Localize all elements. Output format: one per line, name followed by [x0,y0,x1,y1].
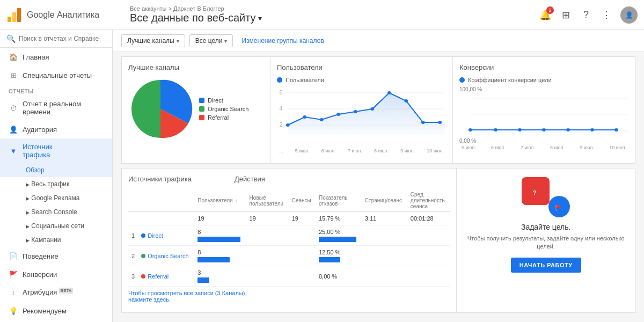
col-pages: Страниц/сеанс [362,189,407,212]
col-sessions: Сеансы [289,189,316,212]
sidebar-sub-social[interactable]: ▶ Социальные сети [0,219,112,233]
dot-direct [141,233,145,238]
sidebar-item-conversions[interactable]: 🚩 Конверсии [0,265,112,283]
apps-grid-icon[interactable]: ⊞ [559,9,572,21]
sidebar-item-audience[interactable]: 👤 Аудитория [0,120,112,138]
legend-item-referral: Referral [199,114,248,121]
change-group-link[interactable]: Изменение группы каналов [237,35,328,47]
page-title[interactable]: Все данные по веб-сайту ▾ [130,12,539,24]
attribution-icon: ↕ [9,288,18,297]
dot-organic [141,254,145,258]
legend-label-direct: Direct [208,97,223,104]
sidebar-item-conversions-label: Конверсии [23,270,57,279]
search-box: 🔍 [0,30,112,48]
expand-icon-campaigns: ▶ [26,238,30,243]
sidebar-item-attribution[interactable]: ↕ Атрибуция BETA [0,283,112,302]
sidebar-item-attribution-label: Атрибуция BETA [23,288,73,296]
svg-point-15 [387,91,391,94]
legend-label-organic: Organic Search [208,106,248,112]
users-line-chart-svg: 6 4 2 [277,86,446,145]
total-bounce: 15,79 % [316,212,362,225]
sidebar-sub-search-console[interactable]: ▶ Search Console [0,205,112,219]
sidebar-sub-google-ads[interactable]: ▶ Google Реклама [0,191,112,205]
sidebar-item-traffic[interactable]: ▼ Источниктрафика [0,138,112,163]
legend-label-referral: Referral [208,114,229,121]
behavior-icon: 📄 [9,251,18,261]
traffic-table-card: Источники трафика Действия Пользователи … [121,168,457,313]
col-num [128,189,138,212]
svg-point-12 [336,113,340,116]
main-content: Лучшие каналы ▾ Все цели ▾ Изменение гру… [113,30,644,322]
col-users: Пользователи ↕ [194,189,246,212]
svg-rect-0 [8,17,11,22]
sidebar-item-special-label: Специальные отчеты [23,71,92,79]
sort-users-icon[interactable]: ↕ [235,198,238,203]
layout: 🔍 🏠 Главная ⊞ Специальные отчеты ОТЧЕТЫ … [0,30,644,322]
pie-chart-title: Лучшие каналы [128,63,264,71]
logo-icon [6,7,23,23]
goals-filter-button[interactable]: Все цели ▾ [189,34,233,47]
svg-text:4: 4 [280,106,283,112]
help-icon[interactable]: ? [580,9,592,21]
legend-dot-organic [199,106,204,112]
expand-icon-sc: ▶ [26,210,30,215]
toolbar: Лучшие каналы ▾ Все цели ▾ Изменение гру… [113,30,644,52]
realtime-icon: ⏱ [9,103,18,113]
sidebar-item-admin[interactable]: ⚙ Администратор [0,320,112,322]
conversions-legend-row: Коэффициент конверсии цели [459,77,628,83]
sidebar-sub-all-traffic[interactable]: ▶ Весь трафик [0,177,112,191]
traffic-icon: ▼ [9,146,18,156]
actions-section-title: Действия [235,175,265,183]
expand-icon-social: ▶ [26,224,30,229]
sidebar-item-behavior[interactable]: 📄 Поведение [0,247,112,265]
pie-chart-svg [128,77,193,141]
data-section: Источники трафика Действия Пользователи … [121,168,635,313]
audience-icon: 👤 [9,125,18,134]
table-footer-link[interactable]: Чтобы просмотреть все записи (3 Каналы),… [128,287,450,306]
users-legend-label: Пользователи [286,77,324,83]
col-channel [138,189,194,212]
logo-text: Google Аналитика [27,10,99,20]
pie-chart-card: Лучшие каналы Direct [121,56,270,164]
header: Google Аналитика Все аккаунты > Даркнет … [0,0,644,30]
sidebar-item-recommend-label: Рекомендуем [23,307,67,315]
start-button[interactable]: НАЧАТЬ РАБОТУ [511,258,581,273]
home-icon: 🏠 [9,52,18,62]
sidebar-item-special[interactable]: ⊞ Специальные отчеты [0,66,112,84]
sidebar-item-recommend[interactable]: 💡 Рекомендуем [0,302,112,320]
pie-container: Direct Organic Search Referral [128,77,264,141]
bar-referral-users [197,277,209,283]
sidebar-sub-campaigns[interactable]: ▶ Кампании [0,233,112,247]
legend-dot-direct [199,98,204,103]
dot-referral [141,274,145,279]
svg-point-11 [320,118,324,121]
svg-point-10 [303,115,306,119]
more-options-icon[interactable]: ⋮ [600,9,613,21]
page-title-arrow: ▾ [258,14,262,23]
channels-filter-arrow: ▾ [177,38,179,44]
svg-rect-2 [17,8,21,22]
table-footer-link-text[interactable]: нажмите здесь. [128,296,171,303]
svg-point-13 [354,110,357,113]
search-input[interactable] [19,35,106,42]
goal-description: Чтобы получить результаты, задайте одну … [465,235,626,251]
total-new-users: 19 [246,212,289,225]
goal-card: ? 🚩 Задайте цель. Чтобы получить результ… [457,168,635,313]
sidebar-sub-overview[interactable]: Обзор [0,163,112,177]
traffic-table: Пользователи ↕ Новыепользователи Сеансы … [128,189,450,287]
channels-filter-button[interactable]: Лучшие каналы ▾ [121,34,185,47]
notification-bell-icon[interactable]: 🔔 2 [539,9,552,21]
header-right: 🔔 2 ⊞ ? ⋮ 👤 [539,6,638,24]
conversions-chart-labels: 5 июл. 6 июл. 7 июл. 8 июл. 9 июл. 10 ию… [459,145,628,150]
bar-organic-users [197,257,230,262]
conversions-line-chart-svg [459,93,628,136]
sidebar-item-home[interactable]: 🏠 Главная [0,48,112,66]
table-row: 1 Direct 8 25,00 % [128,225,450,246]
sidebar-item-realtime[interactable]: ⏱ Отчет в реальномвремени [0,96,112,120]
channel-link-direct[interactable]: Direct [141,232,191,239]
avatar[interactable]: 👤 [620,6,638,24]
breadcrumb: Все аккаунты > Даркнет В Блоггер [130,5,539,12]
channel-link-organic[interactable]: Organic Search [141,253,191,259]
table-row: 2 Organic Search 8 12,50 % [128,246,450,266]
channel-link-referral[interactable]: Referral [141,273,191,280]
